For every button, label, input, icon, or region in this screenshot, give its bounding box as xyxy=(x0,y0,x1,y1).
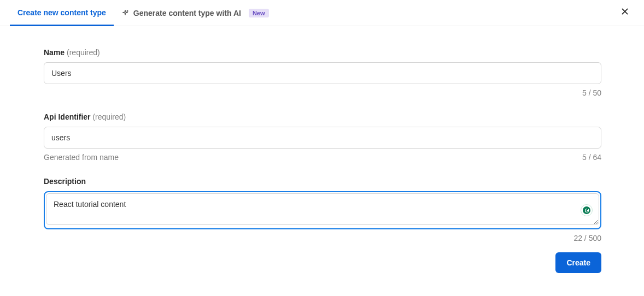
tab-generate-with-ai[interactable]: Generate content type with AI New xyxy=(114,0,277,26)
api-required-text: (required) xyxy=(92,113,126,121)
tab-create-label: Create new content type xyxy=(17,8,106,17)
close-button[interactable] xyxy=(619,7,631,19)
name-char-counter: 5 / 50 xyxy=(582,88,601,97)
name-label: Name (required) xyxy=(44,48,601,57)
modal-tabs: Create new content type Generate content… xyxy=(0,0,644,26)
grammarly-icon[interactable] xyxy=(581,204,593,216)
field-name: Name (required) 5 / 50 xyxy=(44,48,601,97)
api-identifier-input[interactable] xyxy=(44,127,601,149)
name-input[interactable] xyxy=(44,62,601,84)
content-type-form: Name (required) 5 / 50 Api Identifier (r… xyxy=(0,26,644,273)
description-label: Description xyxy=(44,177,601,186)
name-label-text: Name xyxy=(44,48,65,57)
api-char-counter: 5 / 64 xyxy=(582,153,601,162)
create-button[interactable]: Create xyxy=(555,252,601,273)
description-input[interactable] xyxy=(46,193,599,225)
sparkle-icon xyxy=(121,9,129,17)
new-badge: New xyxy=(249,9,269,17)
api-label: Api Identifier (required) xyxy=(44,113,601,121)
field-api-identifier: Api Identifier (required) Generated from… xyxy=(44,113,601,162)
api-label-text: Api Identifier xyxy=(44,113,91,121)
api-helper-text: Generated from name xyxy=(44,153,119,162)
close-icon xyxy=(620,7,629,18)
name-required-text: (required) xyxy=(67,48,100,57)
form-actions: Create xyxy=(44,252,601,273)
description-label-text: Description xyxy=(44,177,86,186)
field-description: Description 22 / 500 xyxy=(44,177,601,242)
tab-ai-label: Generate content type with AI xyxy=(133,9,241,17)
tab-create-content-type[interactable]: Create new content type xyxy=(10,1,114,26)
description-char-counter: 22 / 500 xyxy=(573,234,601,242)
description-input-wrap xyxy=(44,191,601,229)
